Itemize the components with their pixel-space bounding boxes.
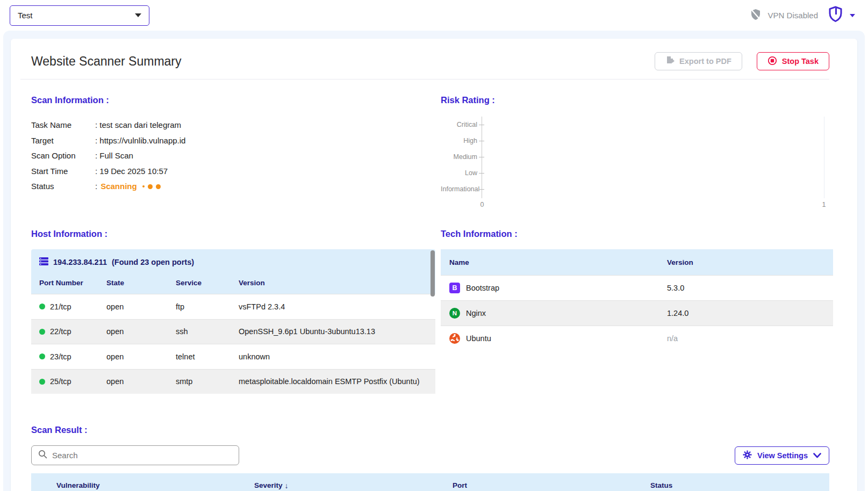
tech-table: Name Version B Bootstrap 5.3.0 xyxy=(441,249,833,351)
summary-card: Website Scanner Summary Export to PDF St… xyxy=(11,39,857,491)
table-row: 22/tcp open ssh OpenSSH_9.6p1 Ubuntu-3ub… xyxy=(31,319,435,344)
port-service: telnet xyxy=(176,352,239,361)
scan-information-rows: Task Name : test scan dari telegram Targ… xyxy=(31,118,429,194)
search-input[interactable] xyxy=(52,451,232,460)
info-value: : Full Scan xyxy=(95,148,133,164)
info-label: Task Name xyxy=(31,118,95,133)
table-row: 21/tcp open ftp vsFTPd 2.3.4 xyxy=(31,294,435,319)
column-version: Version xyxy=(239,279,435,287)
stop-task-label: Stop Task xyxy=(782,57,819,66)
info-row-scan-option: Scan Option : Full Scan xyxy=(31,148,429,164)
host-table-columns: Port Number State Service Version xyxy=(31,279,435,287)
account-caret-down-icon[interactable] xyxy=(850,14,855,17)
tech-version: 5.3.0 xyxy=(667,284,833,292)
card-header: Website Scanner Summary Export to PDF St… xyxy=(20,39,829,80)
chart-tick xyxy=(479,157,484,157)
table-row: Ubuntu n/a xyxy=(441,326,833,351)
table-row: N Nginx 1.24.0 xyxy=(441,300,833,326)
server-icon xyxy=(39,257,48,267)
chart-xtick-label: 0 xyxy=(480,201,484,208)
chart-tick xyxy=(479,173,484,174)
port-number: 21/tcp xyxy=(50,302,71,311)
file-export-icon xyxy=(665,56,675,67)
open-port-dot-icon xyxy=(39,329,45,335)
chart-category-label: High xyxy=(441,137,477,145)
topbar-right: VPN Disabled xyxy=(749,6,855,25)
host-information-heading: Host Information : xyxy=(31,229,429,239)
host-panel-header: 194.233.84.211 (Found 23 open ports) Por… xyxy=(31,249,435,294)
info-label: Status xyxy=(31,179,95,194)
port-version: unknown xyxy=(239,352,435,361)
column-port[interactable]: Port xyxy=(427,481,625,489)
scanning-loader-icon xyxy=(142,179,161,194)
open-port-dot-icon xyxy=(39,353,45,359)
host-information-section: Host Information : 194.233.84.211 (Found… xyxy=(31,213,429,401)
chart-xtick-label: 1 xyxy=(822,201,826,208)
info-label: Target xyxy=(31,133,95,149)
port-version: vsFTPd 2.3.4 xyxy=(239,302,435,311)
table-row: 23/tcp open telnet unknown xyxy=(31,344,435,369)
page-title: Website Scanner Summary xyxy=(31,54,182,69)
stop-task-button[interactable]: Stop Task xyxy=(757,52,829,70)
account-shield-icon[interactable] xyxy=(828,6,843,25)
info-label: Start Time xyxy=(31,164,95,179)
status-badge: Scanning xyxy=(101,179,137,194)
scan-result-controls: View Settings xyxy=(31,445,829,465)
column-state: State xyxy=(106,279,176,287)
nginx-logo-icon: N xyxy=(449,308,460,319)
chart-category-label: Medium xyxy=(441,153,477,161)
info-value: : https://vulnlib.vulnapp.id xyxy=(95,133,185,149)
port-number: 25/tcp xyxy=(50,377,71,386)
column-version: Version xyxy=(667,258,833,266)
info-value: : 19 Dec 2025 10:57 xyxy=(95,164,168,179)
port-number: 23/tcp xyxy=(50,352,71,361)
export-pdf-label: Export to PDF xyxy=(679,57,731,66)
host-ip-row: 194.233.84.211 (Found 23 open ports) xyxy=(31,257,435,267)
chart-category-label: Low xyxy=(441,169,477,177)
scan-information-heading: Scan Information : xyxy=(31,95,429,105)
host-ip: 194.233.84.211 xyxy=(53,258,107,266)
port-state: open xyxy=(106,377,176,386)
ubuntu-logo-icon xyxy=(449,333,460,344)
stop-circle-icon xyxy=(767,56,777,67)
tech-version: n/a xyxy=(667,334,833,343)
scan-result-section: Scan Result : View Settings xyxy=(31,425,829,491)
workspace-select[interactable]: Test xyxy=(10,5,149,26)
column-vulnerability[interactable]: Vulnerability xyxy=(31,481,229,489)
table-row: B Bootstrap 5.3.0 xyxy=(441,275,833,300)
port-number: 22/tcp xyxy=(50,327,71,336)
info-row-target: Target : https://vulnlib.vulnapp.id xyxy=(31,133,429,149)
column-port-number: Port Number xyxy=(39,279,106,287)
column-status[interactable]: Status xyxy=(625,481,829,489)
view-settings-button[interactable]: View Settings xyxy=(735,446,829,465)
caret-down-icon xyxy=(135,13,141,17)
gear-icon xyxy=(743,450,752,461)
chart-tick xyxy=(479,189,484,190)
tech-information-section: Tech Information : Name Version B Bootst… xyxy=(441,213,833,401)
view-settings-label: View Settings xyxy=(757,451,808,460)
sort-descending-icon: ↓ xyxy=(285,481,289,490)
content-shell: Website Scanner Summary Export to PDF St… xyxy=(3,31,865,491)
risk-rating-heading: Risk Rating : xyxy=(441,95,833,105)
chart-y-axis xyxy=(482,117,482,198)
host-open-ports-count: (Found 23 open ports) xyxy=(112,258,194,266)
search-box xyxy=(31,445,239,465)
port-state: open xyxy=(106,352,176,361)
scan-result-table-header: Vulnerability Severity ↓ Port Status xyxy=(31,473,829,491)
port-service: smtp xyxy=(176,377,239,386)
scan-result-heading: Scan Result : xyxy=(31,425,829,435)
tech-name: Bootstrap xyxy=(466,284,499,292)
bootstrap-logo-icon: B xyxy=(449,283,460,293)
port-version: OpenSSH_9.6p1 Ubuntu-3ubuntu13.13 xyxy=(239,327,435,336)
scan-information-section: Scan Information : Task Name : test scan… xyxy=(31,80,429,213)
tech-name: Nginx xyxy=(466,309,486,317)
port-service: ftp xyxy=(176,302,239,311)
open-port-dot-icon xyxy=(39,379,45,385)
chart-category-label: Informational xyxy=(441,185,477,193)
export-pdf-button[interactable]: Export to PDF xyxy=(655,52,742,70)
tech-table-header: Name Version xyxy=(441,249,833,275)
host-panel-scrollbar[interactable] xyxy=(431,250,435,297)
chart-gridline xyxy=(824,117,824,198)
open-port-dot-icon xyxy=(39,304,45,309)
column-severity[interactable]: Severity ↓ xyxy=(229,481,427,490)
